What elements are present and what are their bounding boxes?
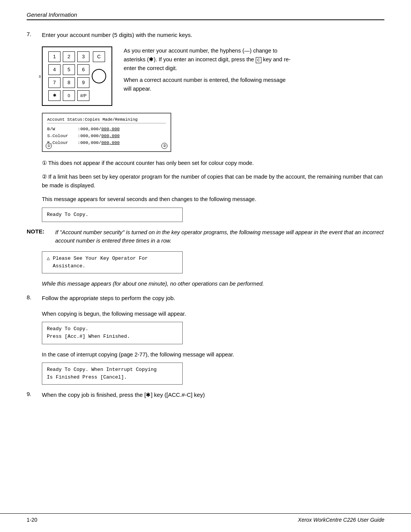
- dial-circle: [92, 69, 106, 83]
- keypad-diagram: s 123C456789✱0#/P: [42, 46, 112, 106]
- screen-ready-acc: Ready To Copy. Press [Acc.#] When Finish…: [42, 322, 183, 344]
- footer-page: 1-20: [27, 517, 37, 523]
- italic-performed: While this message appears (for about on…: [42, 280, 384, 288]
- annotation-2: ② If a limit has been set by key operato…: [42, 173, 384, 190]
- screen-ready: Ready To Copy.: [42, 208, 183, 222]
- side-para-1: As you enter your account number, the hy…: [124, 46, 291, 73]
- page-container: General Information 7. Enter your accoun…: [0, 0, 411, 429]
- footer: 1-20 Xerox WorkCentre C226 User Guide: [0, 513, 411, 523]
- screen-interrupt: Ready To Copy. When Interrupt Copying Is…: [42, 363, 183, 385]
- step-9-number: 9.: [27, 391, 37, 399]
- key-6: 6: [77, 64, 89, 75]
- note-section: NOTE: If "Account number security" is tu…: [27, 228, 384, 245]
- key-3: 3: [77, 51, 89, 62]
- keypad-side-label: s: [39, 74, 41, 78]
- keypad-grid: 123C456789✱0#/P: [48, 51, 106, 101]
- account-label-bw: B/W: [47, 126, 75, 133]
- side-text: As you enter your account number, the hy…: [124, 46, 291, 106]
- account-value-bw: :000,000/000,000: [78, 126, 119, 133]
- key-7: 7: [48, 77, 61, 88]
- header-bar: General Information: [27, 11, 384, 20]
- step-7-number: 7.: [27, 31, 37, 40]
- key-0: 0: [63, 90, 75, 101]
- step-9: 9. When the copy job is finished, press …: [27, 391, 384, 399]
- step-8-subtext: When copying is begun, the following mes…: [42, 310, 384, 318]
- account-status-box: Account Status:Copies Made/Remaining B/W…: [42, 113, 171, 152]
- step-8-number: 8.: [27, 294, 37, 303]
- key-8: 8: [63, 77, 75, 88]
- keypad-section: s 123C456789✱0#/P As you enter your acco…: [42, 46, 384, 106]
- footer-product: Xerox WorkCentre C226 User Guide: [298, 517, 384, 523]
- key-9: 9: [77, 77, 89, 88]
- key-hashP: #/P: [77, 90, 89, 101]
- account-row-scolour: S.Colour :000,000/000,000: [47, 133, 166, 139]
- annotation-1: ① This does not appear if the account co…: [42, 159, 384, 167]
- step-7: 7. Enter your account number (5 digits) …: [27, 31, 384, 40]
- account-value-fcolour: :000,000/000,000: [78, 139, 119, 146]
- interrupt-intro: In the case of interrupt copying (page 2…: [42, 350, 384, 359]
- note-label: NOTE:: [27, 228, 51, 245]
- step-8-text: Follow the appropriate steps to perform …: [42, 295, 175, 301]
- account-row-fcolour: F.Colour :000,000/000,000: [47, 139, 166, 146]
- key-✱: ✱: [48, 90, 61, 101]
- account-row-bw: B/W :000,000/000,000: [47, 126, 166, 133]
- side-para-2: When a correct account number is entered…: [124, 76, 291, 93]
- step-7-text: Enter your account number (5 digits) wit…: [42, 31, 192, 40]
- step-8-content: Follow the appropriate steps to perform …: [42, 294, 175, 303]
- annotation-3: This message appears for several seconds…: [42, 195, 384, 203]
- account-box-title: Account Status:Copies Made/Remaining: [47, 117, 166, 123]
- note-text: If "Account number security" is turned o…: [55, 228, 384, 245]
- account-value-scolour: :000,000/000,000: [78, 133, 119, 139]
- key-4: 4: [48, 64, 61, 75]
- key-5: 5: [63, 64, 75, 75]
- circle-num-1: ①: [46, 143, 52, 149]
- key-1: 1: [48, 51, 61, 62]
- circle-num-2: ②: [161, 143, 167, 149]
- step-9-text: When the copy job is finished, press the…: [42, 391, 205, 399]
- account-label-scolour: S.Colour: [47, 133, 75, 139]
- step-8: 8. Follow the appropriate steps to perfo…: [27, 294, 384, 303]
- header-title: General Information: [27, 11, 77, 18]
- key-c: C: [93, 51, 105, 62]
- screen-operator: △ Please See Your Key Operator For Assis…: [42, 251, 183, 273]
- c-key-label: c: [256, 57, 261, 63]
- key-2: 2: [63, 51, 75, 62]
